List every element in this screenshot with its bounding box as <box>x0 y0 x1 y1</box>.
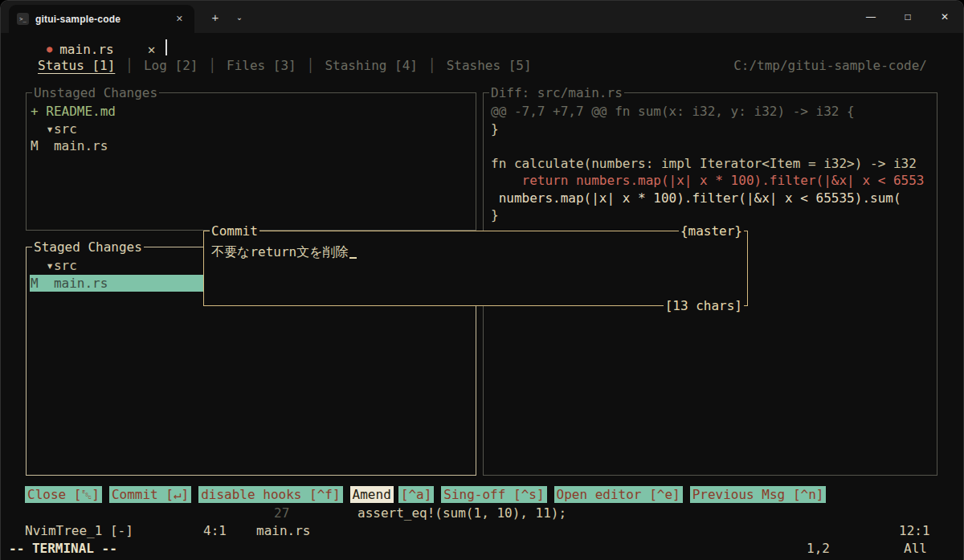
statusline-right-position: 12:1 <box>899 522 930 539</box>
amend-hotkey: [^a] <box>398 486 435 503</box>
tab-separator: │ <box>428 57 436 74</box>
mode-indicator: -- TERMINAL -- <box>9 540 117 557</box>
branch-badge: {master} <box>679 223 744 239</box>
tab-separator: │ <box>208 57 216 74</box>
close-command-button[interactable]: Close [␛] <box>25 486 102 503</box>
text-cursor <box>349 246 357 259</box>
panel-title: Diff: src/main.rs <box>489 84 624 101</box>
previous-msg-command-button[interactable]: Previous Msg [^n] <box>690 486 827 503</box>
diff-line-hunk: @@ -7,7 +7,7 @@ fn sum(x: i32, y: i32) -… <box>490 103 933 121</box>
unstaged-changes-panel: Unstaged Changes + README.md ▾src M main… <box>26 92 476 231</box>
tab-log[interactable]: Log [2] <box>144 57 198 74</box>
window-titlebar: >_ gitui-sample-code ✕ + ⌄ — □ ✕ <box>1 1 963 33</box>
code-line: assert_eq!(sum(1, 10), 11); <box>357 505 566 521</box>
tab-stashes[interactable]: Stashes [5] <box>447 57 532 74</box>
buffer-name[interactable]: main.rs <box>59 41 113 58</box>
gitui-tab-bar: Status [1] │ Log [2] │ Files [3] │ Stash… <box>38 57 927 74</box>
maximize-button[interactable]: □ <box>889 1 926 33</box>
diff-line-removed: return numbers.map(|x| x * 100).filter(|… <box>490 172 933 190</box>
sign-off-command-button[interactable]: Sing-off [^s] <box>441 486 546 503</box>
amend-label: Amend <box>350 486 394 503</box>
commit-message-text: 不要なreturn文を削除 <box>211 244 349 260</box>
statusline-buffer: NvimTree_1 [-] <box>25 522 133 539</box>
diff-line: } <box>490 206 933 224</box>
tab-stashing[interactable]: Stashing [4] <box>325 57 418 74</box>
diff-line-added: numbers.map(|x| x * 100).filter(|&x| x <… <box>490 190 933 207</box>
terminal-tab[interactable]: >_ gitui-sample-code ✕ <box>9 5 194 33</box>
close-button[interactable]: ✕ <box>926 1 963 33</box>
tab-close-icon[interactable]: ✕ <box>173 12 186 26</box>
file-row[interactable]: + README.md <box>30 103 472 121</box>
commit-message-input[interactable]: 不要なreturn文を削除 <box>204 231 747 260</box>
repo-path: C:/tmp/gitui-sample-code/ <box>733 57 927 74</box>
tab-files[interactable]: Files [3] <box>227 57 296 74</box>
statusline-filename: main.rs <box>256 522 310 539</box>
modified-dot-icon: ● <box>47 41 52 58</box>
diff-lines: @@ -7,7 +7,7 @@ fn sum(x: i32, y: i32) -… <box>484 93 937 224</box>
terminal-tab-title: gitui-sample-code <box>35 14 120 25</box>
panel-title: Unstaged Changes <box>32 84 159 101</box>
commit-popup: Commit {master} 不要なreturn文を削除 [13 chars] <box>203 231 748 306</box>
panel-title: Staged Changes <box>32 239 144 255</box>
tab-separator: │ <box>307 57 315 74</box>
buffer-tab[interactable]: ● main.rs ✕ <box>47 41 155 58</box>
minimize-button[interactable]: — <box>852 1 889 33</box>
terminal-content: ● main.rs ✕ Status [1] │ Log [2] │ Files… <box>1 33 963 560</box>
file-row[interactable]: M main.rs <box>30 137 472 155</box>
gitui-command-bar: Close [␛] Commit [↵] disable hooks [^f] … <box>25 486 826 503</box>
tab-status[interactable]: Status [1] <box>38 57 115 74</box>
tab-dropdown-icon[interactable]: ⌄ <box>229 1 250 33</box>
statusline-position: 4:1 <box>203 522 227 539</box>
terminal-icon: >_ <box>17 13 29 25</box>
terminal-cursor <box>165 39 167 55</box>
commit-popup-title: Commit <box>210 223 259 239</box>
file-row-selected[interactable]: M main.rs <box>30 275 203 292</box>
diff-line: fn calculate(numbers: impl Iterator<Item… <box>490 155 933 173</box>
char-count-badge: [13 chars] <box>664 297 744 314</box>
open-editor-command-button[interactable]: Open editor [^e] <box>554 486 683 503</box>
diff-line: } <box>490 121 933 138</box>
cursor-position: 1,2 <box>807 540 830 557</box>
tab-separator: │ <box>125 57 133 74</box>
file-row[interactable]: ▾src <box>30 121 472 138</box>
disable-hooks-command-button[interactable]: disable hooks [^f] <box>198 486 342 503</box>
buffer-close-icon[interactable]: ✕ <box>148 41 156 58</box>
scroll-indicator: All <box>904 540 927 557</box>
line-number: 27 <box>274 505 289 521</box>
file-list: + README.md ▾src M main.rs <box>27 93 476 155</box>
diff-line <box>490 137 933 155</box>
amend-command-button[interactable]: Amend [^a] <box>350 486 435 503</box>
terminal-window: >_ gitui-sample-code ✕ + ⌄ — □ ✕ ● main.… <box>0 0 964 560</box>
window-controls: — □ ✕ <box>852 1 963 33</box>
new-tab-button[interactable]: + <box>203 1 227 33</box>
commit-command-button[interactable]: Commit [↵] <box>109 486 191 503</box>
